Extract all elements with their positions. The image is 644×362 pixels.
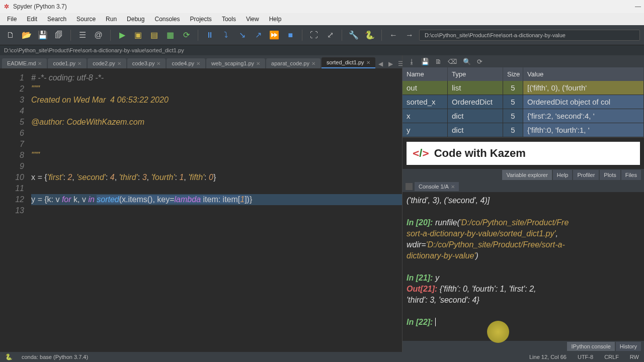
toolbar: 🗋 📂 💾 🗐 ☰ @ ▶ ▣ ▤ ▦ ⟳ ⏸ ⤵ ↘ ↗ ⏩ ■ ⛶ ⤢ 🔧 …	[0, 25, 644, 45]
editor-tab[interactable]: EADME.md✕	[2, 58, 47, 68]
menu-source[interactable]: Source	[72, 14, 100, 24]
refresh-icon[interactable]: ⟳	[477, 58, 482, 65]
variable-explorer-table: Name Type Size Value outlist5[('fifth', …	[403, 67, 644, 138]
menu-tools[interactable]: Tools	[218, 14, 240, 24]
editor-tab[interactable]: aparat_code.py✕	[266, 58, 320, 68]
menu-file[interactable]: File	[3, 14, 21, 24]
close-icon[interactable]: ✕	[38, 61, 42, 66]
nav-back-button[interactable]: ←	[387, 29, 400, 42]
python-path-button[interactable]: 🐍	[363, 29, 376, 42]
stop-debug-button[interactable]: ■	[284, 29, 297, 42]
search-icon[interactable]: 🔍	[463, 58, 471, 65]
menu-help[interactable]: Help	[265, 14, 286, 24]
save-button[interactable]: 💾	[36, 29, 49, 42]
col-header-value[interactable]: Value	[523, 67, 644, 81]
run-cell-next-button[interactable]: ▤	[148, 29, 161, 42]
maximize-pane-button[interactable]: ⛶	[307, 29, 320, 42]
right-tab-plots[interactable]: Plots	[600, 170, 620, 180]
step-out-button[interactable]: ↗	[252, 29, 265, 42]
status-rw: RW	[630, 354, 639, 360]
step-over-button[interactable]: ⤵	[219, 29, 232, 42]
preferences-button[interactable]: 🔧	[347, 29, 360, 42]
rerun-button[interactable]: ⟳	[180, 29, 193, 42]
variable-row[interactable]: ydict5{'fifth':0, 'fourth':1, '	[403, 123, 644, 137]
console-stop-icon[interactable]	[406, 183, 413, 190]
breadcrumb: D:\co\Python_site\Product\Free\sort-a-di…	[0, 45, 644, 55]
editor-tab[interactable]: sorted_dict1.py✕	[321, 57, 375, 68]
working-dir-input[interactable]: D:\co\Python_site\Product\Free\sort-a-di…	[419, 30, 640, 41]
code-editor[interactable]: 1# -*- coding: utf-8 -*-2"""3Created on …	[0, 68, 402, 352]
menu-edit[interactable]: Edit	[23, 14, 41, 24]
run-cell-button[interactable]: ▣	[132, 29, 145, 42]
var-explorer-toolbar: ⭳ 💾 🗎 ⌫ 🔍 ⟳	[403, 55, 644, 67]
console-btab-ipython-console[interactable]: IPython console	[567, 342, 614, 351]
editor-tab[interactable]: code3.py✕	[127, 58, 166, 68]
console-bottom-tabs: IPython consoleHistory	[403, 341, 644, 352]
editor-tab[interactable]: code4.py✕	[167, 58, 205, 68]
new-file-button[interactable]: 🗋	[4, 29, 17, 42]
editor-tab[interactable]: web_scaping1.py✕	[206, 58, 265, 68]
run-button[interactable]: ▶	[116, 29, 129, 42]
menubar: FileEditSearchSourceRunDebugConsolesProj…	[0, 13, 644, 25]
minimize-button[interactable]: —	[635, 3, 641, 10]
open-file-button[interactable]: 📂	[20, 29, 33, 42]
close-icon[interactable]: ✕	[77, 61, 82, 66]
close-icon[interactable]: ✕	[366, 60, 370, 65]
nav-forward-button[interactable]: →	[403, 29, 416, 42]
menu-debug[interactable]: Debug	[123, 14, 148, 24]
window-title: Spyder (Python 3.7)	[13, 3, 67, 10]
close-icon[interactable]: ✕	[196, 61, 200, 66]
right-tab-profiler[interactable]: Profiler	[573, 170, 599, 180]
fullscreen-button[interactable]: ⤢	[324, 29, 337, 42]
editor-tabstrip: EADME.md✕code1.py✕code2.py✕code3.py✕code…	[0, 55, 402, 68]
right-tab-variable-explorer[interactable]: Variable explorer	[502, 170, 551, 180]
status-env[interactable]: conda: base (Python 3.7.4)	[22, 354, 88, 360]
menu-view[interactable]: View	[242, 14, 263, 24]
close-icon[interactable]: ✕	[117, 61, 121, 66]
spyder-icon: ✲	[3, 3, 10, 10]
col-header-type[interactable]: Type	[448, 67, 503, 81]
console-tabstrip: Console 1/A ✕	[403, 181, 644, 192]
import-data-icon[interactable]: ⭳	[409, 58, 415, 65]
status-encoding[interactable]: UTF-8	[578, 354, 593, 360]
menu-consoles[interactable]: Consoles	[150, 14, 184, 24]
variable-row[interactable]: xdict5{'first':2, 'second':4, '	[403, 109, 644, 123]
remove-icon[interactable]: ⌫	[448, 58, 457, 65]
run-selection-button[interactable]: ▦	[164, 29, 177, 42]
right-tab-files[interactable]: Files	[621, 170, 641, 180]
close-icon[interactable]: ✕	[256, 61, 260, 66]
variable-row[interactable]: outlist5[('fifth', 0), ('fourth'	[403, 81, 644, 95]
debug-button[interactable]: ⏸	[203, 29, 216, 42]
python-icon: 🐍	[5, 353, 13, 360]
editor-tab[interactable]: code2.py✕	[88, 58, 126, 68]
tab-prev-button[interactable]: ◀	[376, 59, 385, 68]
right-tab-help[interactable]: Help	[553, 170, 573, 180]
statusbar: 🐍 conda: base (Python 3.7.4) Line 12, Co…	[0, 352, 644, 362]
save-as-icon[interactable]: 🗎	[435, 58, 442, 65]
at-icon[interactable]: @	[92, 29, 105, 42]
tab-next-button[interactable]: ▶	[386, 59, 395, 68]
close-icon[interactable]: ✕	[156, 61, 160, 66]
menu-projects[interactable]: Projects	[186, 14, 216, 24]
console-tab[interactable]: Console 1/A ✕	[415, 182, 459, 191]
titlebar: ✲ Spyder (Python 3.7) —	[0, 0, 644, 13]
close-icon[interactable]: ✕	[311, 61, 315, 66]
status-eol[interactable]: CRLF	[604, 354, 619, 360]
right-panel-tabs: Variable explorerHelpProfilerPlotsFiles	[403, 169, 644, 181]
save-data-icon[interactable]: 💾	[421, 58, 429, 65]
menu-run[interactable]: Run	[102, 14, 121, 24]
close-icon[interactable]: ✕	[451, 184, 455, 190]
continue-button[interactable]: ⏩	[268, 29, 281, 42]
col-header-name[interactable]: Name	[403, 67, 448, 81]
ipython-console[interactable]: ('third', 3), ('second', 4)] In [20]: ru…	[403, 192, 644, 341]
console-btab-history[interactable]: History	[616, 342, 641, 351]
editor-area: EADME.md✕code1.py✕code2.py✕code3.py✕code…	[0, 55, 403, 352]
menu-search[interactable]: Search	[43, 14, 70, 24]
save-all-button[interactable]: 🗐	[52, 29, 65, 42]
banner: </> Code with Kazem	[407, 142, 640, 165]
editor-tab[interactable]: code1.py✕	[48, 58, 87, 68]
variable-row[interactable]: sorted_xOrderedDict5OrderedDict object o…	[403, 95, 644, 109]
step-into-button[interactable]: ↘	[235, 29, 249, 42]
list-icon[interactable]: ☰	[76, 29, 89, 42]
col-header-size[interactable]: Size	[503, 67, 523, 81]
